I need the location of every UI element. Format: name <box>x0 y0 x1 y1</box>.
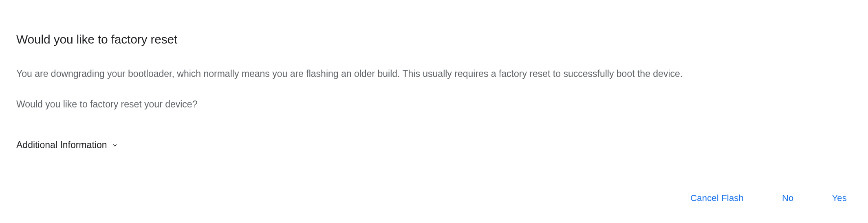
expander-label: Additional Information <box>16 140 107 151</box>
dialog-container: Would you like to factory reset You are … <box>0 0 868 223</box>
cancel-flash-button[interactable]: Cancel Flash <box>685 190 749 207</box>
additional-information-expander[interactable]: Additional Information <box>16 140 119 151</box>
dialog-body-line2: Would you like to factory reset your dev… <box>16 97 852 112</box>
chevron-down-icon <box>111 141 119 149</box>
dialog-button-row: Cancel Flash No Yes <box>685 190 852 207</box>
no-button[interactable]: No <box>777 190 799 207</box>
yes-button[interactable]: Yes <box>827 190 852 207</box>
dialog-body-line1: You are downgrading your bootloader, whi… <box>16 67 852 81</box>
dialog-title: Would you like to factory reset <box>16 33 852 46</box>
